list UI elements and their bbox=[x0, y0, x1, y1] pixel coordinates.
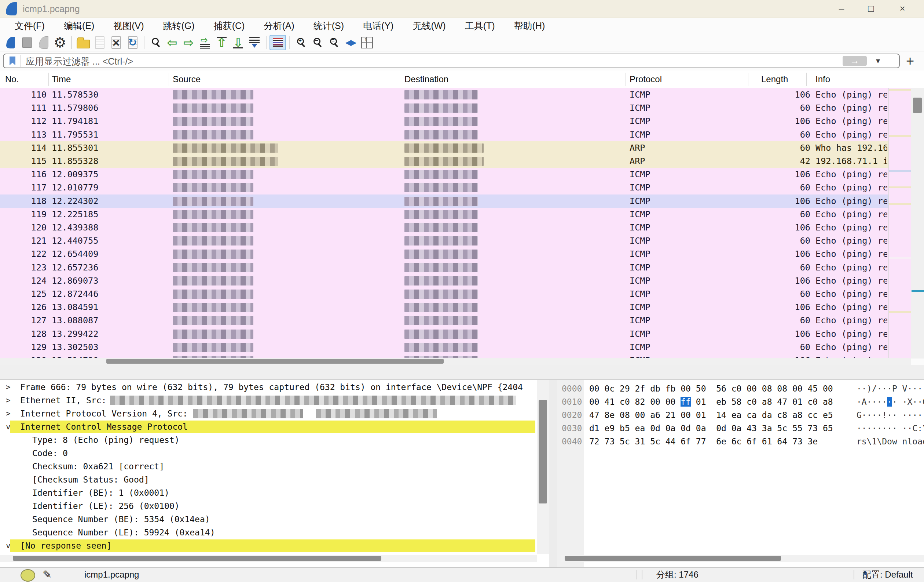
display-filter-field[interactable]: → ▾ bbox=[3, 54, 900, 68]
menu-item-3[interactable]: 视图(V) bbox=[104, 20, 153, 32]
packet-row-129[interactable]: 12913.302503ICMP60Echo (ping) re bbox=[0, 341, 888, 354]
menu-item-8[interactable]: 电话(Y) bbox=[353, 20, 403, 32]
close-button[interactable]: × bbox=[889, 0, 915, 17]
menu-item-2[interactable]: 编辑(E) bbox=[54, 20, 104, 32]
detail-hscroll-thumb[interactable] bbox=[13, 556, 381, 561]
hex-row[interactable]: 002047 8e 08 00 a6 21 00 01 14 ea ca da … bbox=[557, 408, 924, 422]
column-divider[interactable] bbox=[402, 73, 402, 86]
packet-list-vscroll-thumb[interactable] bbox=[913, 98, 922, 113]
detail-row[interactable]: >Frame 666: 79 bytes on wire (632 bits),… bbox=[0, 380, 535, 394]
column-header-length[interactable]: Length bbox=[761, 71, 788, 88]
minimize-button[interactable]: – bbox=[829, 0, 854, 17]
packet-list-hscroll-thumb[interactable] bbox=[106, 359, 444, 364]
column-header-source[interactable]: Source bbox=[173, 71, 201, 88]
detail-row[interactable]: [Checksum Status: Good] bbox=[0, 473, 535, 486]
expert-info-icon[interactable] bbox=[21, 569, 35, 582]
go-first-icon[interactable]: ⇧ bbox=[213, 35, 230, 50]
packet-row-127[interactable]: 12713.088087ICMP60Echo (ping) re bbox=[0, 314, 888, 327]
hex-bytes[interactable]: d1 e9 b5 ea 0d 0a 0d 0a 0d 0a 43 3a 5c 5… bbox=[589, 422, 833, 435]
hex-hscroll-thumb[interactable] bbox=[565, 556, 781, 561]
add-filter-button[interactable]: + bbox=[903, 54, 917, 69]
packet-row-116[interactable]: 11612.009375ICMP106Echo (ping) re bbox=[0, 168, 888, 181]
packet-row-128[interactable]: 12813.299422ICMP106Echo (ping) re bbox=[0, 327, 888, 341]
apply-filter-button[interactable]: → bbox=[843, 56, 867, 66]
find-packet-icon[interactable] bbox=[147, 35, 164, 50]
packet-row-112[interactable]: 11211.794181ICMP106Echo (ping) re bbox=[0, 114, 888, 128]
collapsed-arrow-icon[interactable]: > bbox=[6, 394, 11, 407]
packet-row-120[interactable]: 12012.439388ICMP106Echo (ping) re bbox=[0, 221, 888, 235]
reload-file-icon[interactable] bbox=[124, 35, 141, 50]
menu-item-9[interactable]: 无线(W) bbox=[403, 20, 455, 32]
go-last-icon[interactable]: ⇩ bbox=[230, 35, 246, 50]
filter-input[interactable] bbox=[25, 55, 859, 68]
menu-item-1[interactable]: 文件(F) bbox=[5, 20, 54, 32]
resize-columns-icon[interactable] bbox=[342, 35, 359, 50]
hex-row[interactable]: 001000 41 c0 82 00 00 ff 01 eb 58 c0 a8 … bbox=[557, 395, 924, 408]
detail-row[interactable]: Identifier (BE): 1 (0x0001) bbox=[0, 486, 535, 499]
zoom-reset-icon[interactable]: = bbox=[326, 35, 342, 50]
filter-bookmark-icon[interactable] bbox=[4, 55, 21, 67]
detail-row[interactable]: Code: 0 bbox=[0, 446, 535, 460]
column-divider[interactable] bbox=[806, 73, 807, 86]
colorize-packets-icon[interactable] bbox=[269, 35, 286, 50]
capture-restart-icon[interactable] bbox=[35, 35, 52, 50]
hex-row[interactable]: 0030d1 e9 b5 ea 0d 0a 0d 0a 0d 0a 43 3a … bbox=[557, 422, 924, 435]
detail-hscrollbar[interactable] bbox=[0, 555, 537, 562]
menu-item-6[interactable]: 分析(A) bbox=[254, 20, 304, 32]
status-profile[interactable]: 配置: Default bbox=[862, 568, 912, 582]
go-back-icon[interactable]: ⇦ bbox=[164, 35, 180, 50]
filter-dropdown-icon[interactable]: ▾ bbox=[876, 56, 880, 66]
detail-row[interactable]: Sequence Number (LE): 59924 (0xea14) bbox=[0, 526, 535, 539]
hex-ascii[interactable]: ··)/···P V·····E· bbox=[856, 382, 924, 395]
go-forward-icon[interactable]: ⇨ bbox=[180, 35, 197, 50]
expanded-arrow-icon[interactable]: v bbox=[6, 539, 11, 552]
layout-chooser-icon[interactable] bbox=[359, 35, 375, 50]
maximize-button[interactable]: □ bbox=[858, 0, 884, 17]
go-to-packet-icon[interactable]: ⇨ bbox=[197, 35, 213, 50]
column-header-no[interactable]: No. bbox=[5, 71, 19, 88]
packet-row-126[interactable]: 12613.084591ICMP106Echo (ping) re bbox=[0, 301, 888, 314]
packet-row-113[interactable]: 11311.795531ICMP60Echo (ping) re bbox=[0, 128, 888, 142]
hex-hscrollbar[interactable] bbox=[561, 555, 924, 562]
hex-bytes[interactable]: 00 0c 29 2f db fb 00 50 56 c0 00 08 08 0… bbox=[589, 382, 833, 395]
packet-list-vscrollbar[interactable] bbox=[911, 88, 924, 359]
menu-item-4[interactable]: 跳转(G) bbox=[153, 20, 204, 32]
packet-row-115[interactable]: 11511.855328ARP42192.168.71.1 i bbox=[0, 154, 888, 168]
detail-row[interactable]: v[No response seen] bbox=[0, 539, 535, 552]
hex-bytes[interactable]: 72 73 5c 31 5c 44 6f 77 6e 6c 6f 61 64 7… bbox=[589, 435, 818, 448]
hex-bytes[interactable]: 47 8e 08 00 a6 21 00 01 14 ea ca da c8 a… bbox=[589, 408, 833, 422]
packet-row-125[interactable]: 12512.872446ICMP60Echo (ping) re bbox=[0, 287, 888, 301]
column-divider[interactable] bbox=[48, 73, 49, 86]
detail-vscrollbar[interactable] bbox=[537, 380, 549, 554]
packet-row-122[interactable]: 12212.654409ICMP106Echo (ping) re bbox=[0, 247, 888, 261]
hex-bytes[interactable]: 00 41 c0 82 00 00 ff 01 eb 58 c0 a8 47 0… bbox=[589, 395, 833, 408]
column-header-destination[interactable]: Destination bbox=[404, 71, 449, 88]
zoom-in-icon[interactable]: + bbox=[293, 35, 309, 50]
packet-row-130[interactable]: 13013.514790ICMP106Echo (ping) re bbox=[0, 354, 888, 358]
detail-row[interactable]: Type: 8 (Echo (ping) request) bbox=[0, 433, 535, 446]
wireshark-start-icon[interactable] bbox=[2, 35, 19, 50]
packet-row-121[interactable]: 12112.440755ICMP60Echo (ping) re bbox=[0, 234, 888, 248]
hex-ascii[interactable]: ········ ··C:\Use bbox=[856, 422, 924, 435]
detail-row[interactable]: Identifier (LE): 256 (0x0100) bbox=[0, 499, 535, 513]
zoom-out-icon[interactable]: − bbox=[309, 35, 326, 50]
detail-row[interactable]: Sequence Number (BE): 5354 (0x14ea) bbox=[0, 513, 535, 526]
column-divider[interactable] bbox=[169, 73, 169, 86]
capture-comment-icon[interactable]: ✎ bbox=[43, 568, 52, 582]
column-divider[interactable] bbox=[748, 73, 748, 86]
column-header-info[interactable]: Info bbox=[815, 71, 830, 88]
menu-item-11[interactable]: 帮助(H) bbox=[505, 20, 555, 32]
packet-list-minimap[interactable] bbox=[888, 88, 911, 359]
menu-item-7[interactable]: 统计(S) bbox=[304, 20, 353, 32]
hex-row[interactable]: 000000 0c 29 2f db fb 00 50 56 c0 00 08 … bbox=[557, 382, 924, 395]
collapsed-arrow-icon[interactable]: > bbox=[6, 407, 11, 420]
open-file-icon[interactable] bbox=[75, 35, 91, 50]
column-header-protocol[interactable]: Protocol bbox=[630, 71, 662, 88]
hex-row[interactable]: 004072 73 5c 31 5c 44 6f 77 6e 6c 6f 61 … bbox=[557, 435, 924, 448]
menu-item-10[interactable]: 工具(T) bbox=[455, 20, 505, 32]
pane-splitter[interactable] bbox=[0, 365, 924, 380]
hex-ascii[interactable]: ·A······ ·X··G··· bbox=[856, 395, 924, 408]
auto-scroll-icon[interactable] bbox=[246, 35, 263, 50]
packet-row-119[interactable]: 11912.225185ICMP60Echo (ping) re bbox=[0, 208, 888, 221]
packet-row-118[interactable]: 11812.224302ICMP106Echo (ping) re bbox=[0, 195, 888, 208]
